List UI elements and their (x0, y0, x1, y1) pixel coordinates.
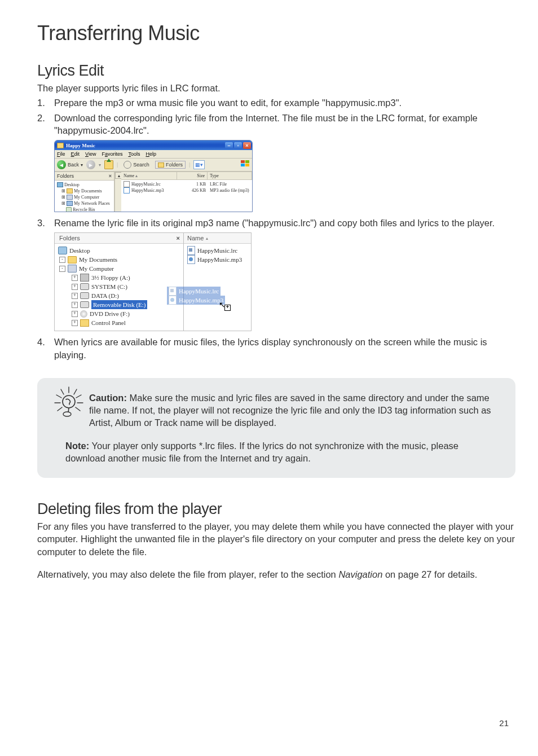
tree-control-panel[interactable]: +Control Panel (58, 318, 181, 327)
folders-pane-title: Folders (57, 173, 74, 179)
svg-line-12 (76, 407, 80, 411)
folders-pane-close[interactable]: × (109, 173, 112, 179)
folders-label: Folders (166, 162, 183, 168)
svg-line-8 (76, 395, 81, 398)
expand-icon[interactable]: + (72, 311, 78, 317)
back-button[interactable]: ◄ Back ▾ (57, 160, 83, 169)
menu-view[interactable]: View (85, 151, 96, 157)
menu-help[interactable]: Help (145, 151, 156, 157)
file-icon (187, 246, 195, 255)
screenshot-copy-to-player: Folders × Desktop -My Documents -My Comp… (54, 232, 515, 331)
tree-scrollbar[interactable]: ▴ (114, 172, 121, 212)
deleting-p2: Alternatively, you may also delete the f… (37, 568, 515, 581)
folders-button[interactable]: Folders (155, 161, 186, 169)
file-list: Name ▴ Size Type HappyMusic.lrc 1 KB LRC… (121, 172, 252, 212)
folder-icon (68, 256, 77, 263)
forward-button[interactable]: ► (86, 160, 95, 169)
hdd-icon (80, 283, 89, 290)
file-icon (169, 296, 177, 305)
file-row-lrc[interactable]: HappyMusic.lrc (187, 246, 248, 255)
search-button[interactable]: Search (121, 160, 152, 169)
expand-icon[interactable]: + (72, 275, 78, 281)
dvd-icon (80, 310, 87, 318)
expand-icon[interactable]: + (72, 284, 78, 290)
window-title: Happy Music (66, 143, 224, 148)
search-icon (124, 161, 131, 169)
caution-icon (53, 386, 85, 420)
tree-my-documents[interactable]: -My Documents (58, 255, 181, 264)
folders-pane-close[interactable]: × (177, 235, 180, 241)
back-label: Back (68, 162, 79, 168)
tree-dvd-f[interactable]: +DVD Drive (F:) (58, 309, 181, 318)
recycle-bin-icon (66, 207, 72, 213)
menu-tools[interactable]: Tools (128, 151, 140, 157)
up-button[interactable] (104, 160, 113, 169)
desktop-icon (57, 182, 63, 187)
tree-floppy[interactable]: +3½ Floppy (A:) (58, 273, 181, 282)
svg-line-7 (56, 395, 61, 398)
file-row-lrc[interactable]: HappyMusic.lrc 1 KB LRC File (124, 181, 250, 187)
expand-icon[interactable]: + (72, 293, 78, 299)
sort-asc-icon: ▴ (135, 173, 138, 178)
file-icon (169, 287, 177, 296)
folder-icon (67, 188, 73, 194)
tree-my-computer[interactable]: -My Computer (58, 264, 181, 273)
sort-asc-icon: ▴ (206, 236, 208, 241)
tree-desktop[interactable]: Desktop (57, 182, 113, 188)
tree-removable-e[interactable]: +Removable Disk (E:) (58, 300, 181, 309)
window-titlebar: Happy Music – ▫ × (55, 140, 252, 150)
network-icon (67, 201, 73, 206)
drag-ghost-lrc: HappyMusic.lrc (167, 287, 221, 296)
svg-line-11 (58, 407, 62, 411)
tree-network-places[interactable]: ⊞My Network Places (57, 200, 113, 206)
menu-file[interactable]: File (57, 151, 65, 157)
computer-icon (67, 195, 73, 200)
file-icon (124, 181, 130, 187)
step-2: Download the corresponding lyric file fr… (37, 112, 515, 137)
maximize-button[interactable]: ▫ (234, 142, 242, 149)
page-title: Transferring Music (37, 21, 515, 45)
svg-line-6 (74, 389, 77, 394)
views-button[interactable]: ▦▾ (193, 160, 205, 169)
menu-edit[interactable]: Edit (71, 151, 80, 157)
note-text: Note: Your player only supports *.lrc fi… (53, 439, 500, 465)
floppy-icon (80, 274, 89, 282)
svg-rect-3 (245, 164, 249, 166)
column-name[interactable]: Name ▴ (184, 233, 251, 244)
search-label: Search (133, 162, 149, 168)
lyrics-intro: The player supports lyric files in LRC f… (37, 82, 515, 94)
callout-box: Caution: Make sure the music and lyric f… (37, 378, 515, 478)
column-name[interactable]: Name ▴ (121, 172, 177, 179)
file-row-mp3[interactable]: HappyMusic.mp3 (187, 255, 248, 264)
tree-system-c[interactable]: +SYSTEM (C:) (58, 282, 181, 291)
folder-icon (158, 162, 164, 168)
minimize-button[interactable]: – (225, 142, 233, 149)
folder-icon (57, 143, 64, 148)
menu-favorites[interactable]: Favorites (102, 151, 122, 157)
tree-my-documents[interactable]: ⊞My Documents (57, 188, 113, 194)
column-size[interactable]: Size (177, 172, 208, 179)
collapse-icon[interactable]: - (59, 266, 65, 272)
expand-icon[interactable]: + (72, 320, 78, 326)
deleting-p1: For any files you have transferred to th… (37, 520, 515, 558)
tree-recycle-bin[interactable]: Recycle Bin (57, 206, 113, 212)
svg-rect-1 (245, 160, 249, 163)
page-number: 21 (499, 718, 509, 728)
navigation-reference: Navigation (338, 569, 382, 579)
computer-icon (68, 265, 77, 272)
tree-desktop[interactable]: Desktop (58, 246, 181, 255)
folders-pane: Folders × Desktop -My Documents -My Comp… (55, 233, 184, 331)
column-type[interactable]: Type (208, 172, 252, 179)
file-row-mp3[interactable]: HappyMusic.mp3 426 KB MP3 audio file (mp… (124, 187, 250, 194)
file-icon (187, 255, 195, 264)
collapse-icon[interactable]: - (59, 257, 65, 263)
close-button[interactable]: × (243, 142, 251, 149)
note-label: Note: (65, 441, 89, 451)
file-list: Name ▴ HappyMusic.lrc HappyMusic.mp3 Hap… (184, 233, 251, 331)
expand-icon[interactable]: + (72, 302, 78, 308)
tree-my-computer[interactable]: ⊞My Computer (57, 194, 113, 200)
file-icon (124, 187, 130, 194)
tree-data-d[interactable]: +DATA (D:) (58, 291, 181, 300)
removable-disk-icon (80, 301, 89, 308)
windows-logo-icon (240, 160, 250, 168)
